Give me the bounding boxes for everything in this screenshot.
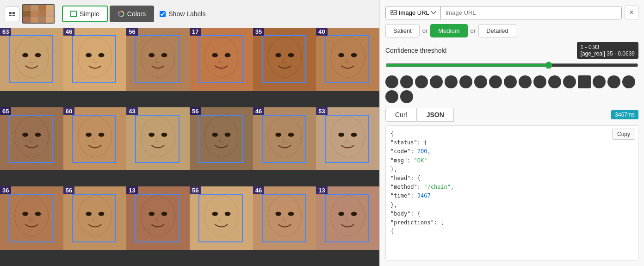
feature-icon-7[interactable]: [474, 75, 487, 88]
image-grid: 634656173540656043564653365613564613: [0, 28, 379, 266]
feature-icon-8[interactable]: [489, 75, 502, 88]
detailed-mode-button[interactable]: Detailed: [478, 24, 516, 37]
feature-icon-15[interactable]: [593, 75, 606, 88]
svg-point-32: [22, 132, 28, 136]
msg-key: "msg":: [390, 157, 414, 164]
second-row-3[interactable]: [400, 90, 413, 103]
face-cell-9: 43: [126, 107, 190, 171]
url-input[interactable]: [441, 6, 621, 19]
mode-row: Salient or Medium or Detailed: [385, 24, 638, 37]
face-cell-7: 65: [0, 107, 63, 171]
svg-point-72: [275, 212, 281, 216]
feature-icon-10[interactable]: [519, 75, 532, 88]
image-icon: [390, 9, 397, 16]
json-line-9: },: [390, 201, 633, 210]
close-head: },: [390, 202, 397, 208]
age-label-17: 46: [253, 186, 264, 194]
face-cell-4: 17: [190, 28, 253, 91]
method-val: "/chain",: [424, 184, 454, 190]
url-type-dropdown[interactable]: Image URL: [386, 6, 441, 19]
age-label-6: 40: [316, 28, 327, 36]
feature-icon-13[interactable]: [563, 75, 576, 88]
face-cell-8: 60: [63, 107, 127, 171]
or-2: or: [471, 27, 476, 34]
svg-point-13: [98, 53, 104, 57]
show-labels-toggle[interactable]: Show Labels: [160, 10, 205, 18]
json-line-12: {: [390, 227, 633, 236]
svg-rect-0: [9, 12, 12, 14]
feature-icon-9[interactable]: [504, 75, 517, 88]
feature-icon-6[interactable]: [459, 75, 472, 88]
salient-mode-button[interactable]: Salient: [385, 24, 420, 37]
copy-button[interactable]: Copy: [612, 129, 635, 140]
feature-icon-4[interactable]: [430, 75, 443, 88]
age-label-13: 36: [0, 186, 11, 194]
curl-tab[interactable]: Curl: [385, 108, 417, 122]
svg-point-39: [141, 117, 175, 157]
svg-point-64: [149, 212, 155, 216]
open-brace: {: [390, 130, 394, 137]
feature-icon-16[interactable]: [607, 75, 620, 88]
feature-icon-1[interactable]: [385, 75, 398, 88]
confidence-row: Confidence threshold 1 - 0.93 [age_real]…: [385, 42, 638, 59]
svg-point-33: [35, 132, 41, 136]
medium-label: Medium: [438, 27, 459, 34]
face-cell-6: 40: [316, 28, 379, 91]
collapse-button[interactable]: [5, 6, 19, 21]
svg-point-17: [161, 53, 167, 57]
feature-icon-5[interactable]: [445, 75, 458, 88]
svg-point-28: [339, 53, 345, 57]
colors-button[interactable]: Colors: [110, 6, 154, 22]
code-key: "code":: [390, 148, 417, 155]
feature-icon-12[interactable]: [548, 75, 561, 88]
show-labels-checkbox[interactable]: [160, 11, 166, 17]
age-label-18: 13: [316, 186, 327, 194]
feature-icon-14[interactable]: [578, 75, 591, 88]
detailed-label: Detailed: [486, 27, 508, 34]
feature-icon-3[interactable]: [415, 75, 428, 88]
tabs-row: Curl JSON 3467ms: [385, 108, 638, 122]
second-row-1[interactable]: [622, 75, 635, 88]
feature-icon-11[interactable]: [533, 75, 546, 88]
time-key: "time":: [390, 192, 417, 199]
simple-button[interactable]: Simple: [62, 6, 108, 22]
face-cell-3: 56: [126, 28, 190, 91]
confidence-tooltip: 1 - 0.93 [age_real] 35 - 0.0639: [577, 42, 638, 59]
feature-icon-2[interactable]: [400, 75, 413, 88]
svg-point-48: [275, 132, 281, 136]
json-line-6: "head": {: [390, 174, 633, 183]
url-row: Image URL ×: [385, 6, 638, 19]
url-input-group: Image URL: [385, 6, 622, 19]
face-cell-18: 13: [316, 186, 379, 250]
second-row-2[interactable]: [385, 90, 398, 103]
thumbnail-strip: [22, 4, 55, 24]
json-tab[interactable]: JSON: [417, 108, 454, 122]
json-line-5: },: [390, 165, 633, 174]
confidence-slider[interactable]: [385, 62, 638, 69]
svg-point-29: [351, 53, 357, 57]
face-cell-17: 46: [253, 186, 316, 250]
face-cell-1: 63: [0, 28, 63, 91]
medium-mode-button[interactable]: Medium: [430, 24, 467, 37]
svg-point-40: [149, 132, 155, 136]
svg-rect-2: [9, 15, 12, 16]
svg-point-59: [78, 196, 112, 236]
svg-point-68: [212, 212, 218, 216]
svg-point-77: [351, 212, 357, 216]
svg-point-60: [86, 212, 92, 216]
tooltip-line1: 1 - 0.93: [581, 44, 635, 50]
age-label-7: 65: [0, 107, 11, 115]
age-label-11: 46: [253, 107, 264, 115]
age-label-12: 53: [316, 107, 327, 115]
age-label-3: 56: [126, 28, 137, 36]
svg-point-57: [35, 212, 41, 216]
clear-url-button[interactable]: ×: [625, 6, 638, 19]
close-x-icon: ×: [629, 8, 633, 17]
svg-point-8: [22, 53, 28, 57]
face-cell-14: 56: [63, 186, 127, 250]
svg-rect-3: [12, 15, 15, 16]
svg-point-67: [204, 196, 238, 236]
svg-point-35: [78, 117, 112, 157]
msg-val: "OK": [414, 157, 427, 164]
json-line-4: "msg": "OK": [390, 156, 633, 165]
